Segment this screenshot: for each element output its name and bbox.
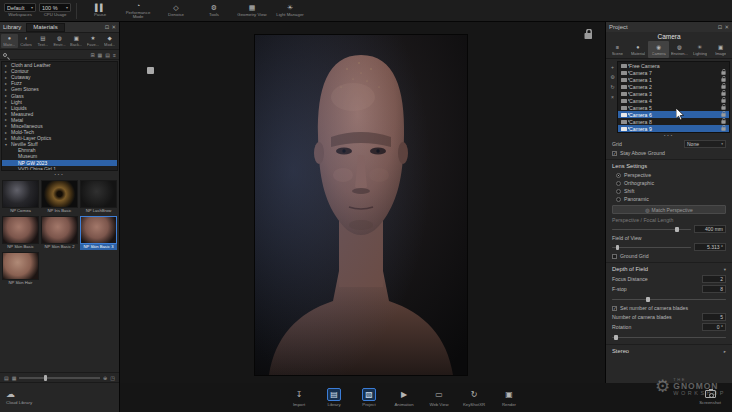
camera-blades-checkbox[interactable]: ✓ — [612, 306, 617, 311]
ribbon-item[interactable]: ▧ Project — [354, 388, 384, 407]
camera-list-item[interactable]: Free Camera — [618, 62, 729, 69]
toolbar-button[interactable]: ◇ Denoise — [158, 2, 194, 20]
lens-mode-option[interactable]: Shift — [606, 187, 732, 195]
ribbon-item[interactable]: ▭ Web View — [424, 388, 454, 407]
stereo-header[interactable]: Stereo — [612, 348, 629, 354]
lock-icon[interactable] — [721, 127, 725, 130]
camera-blades-value[interactable]: 5 — [702, 313, 726, 321]
material-thumbnail[interactable]: NP Cornea — [2, 180, 39, 214]
grid-view-icon[interactable]: ▦ — [12, 375, 17, 381]
lens-mode-option[interactable]: Perspective — [606, 171, 732, 179]
tree-arrow-icon[interactable]: ▸ — [5, 123, 9, 128]
library-subtab[interactable]: ◐ Colors — [18, 34, 35, 48]
lock-icon[interactable] — [721, 113, 725, 116]
stay-above-ground-checkbox[interactable]: ✓ — [612, 151, 617, 156]
toolbar-button[interactable]: ▌▌ Pause — [82, 2, 118, 20]
tree-arrow-icon[interactable]: ▸ — [5, 75, 9, 80]
grid-select[interactable]: None ▾ — [684, 140, 726, 148]
radio-icon[interactable] — [616, 181, 621, 186]
ground-grid-checkbox[interactable] — [612, 254, 617, 259]
radio-icon[interactable] — [616, 197, 621, 202]
toolbar-button[interactable]: ▦ Geometry View — [234, 2, 270, 20]
lock-icon[interactable] — [721, 92, 725, 95]
camera-toolbar-icon[interactable]: + — [611, 64, 614, 70]
material-thumbnail[interactable]: NP Skin Hair — [2, 252, 39, 286]
tree-arrow-icon[interactable]: ▸ — [5, 130, 9, 135]
camera-list-item[interactable]: Camera 9 — [618, 125, 729, 132]
project-tab[interactable]: ◉ Camera — [648, 41, 669, 58]
camera-list-item[interactable]: Camera 3 — [618, 90, 729, 97]
project-tab[interactable]: ☀ Lighting — [690, 41, 711, 58]
camera-list-item[interactable]: Camera 1 — [618, 76, 729, 83]
ribbon-item[interactable]: ▣ Render — [494, 388, 524, 407]
ribbon-item[interactable]: ↧ Import — [284, 388, 314, 407]
ribbon-item[interactable]: ↻ KeyShotXR — [459, 388, 489, 407]
tree-arrow-icon[interactable]: ▾ — [5, 142, 9, 147]
thumbnail-size-slider[interactable] — [19, 374, 100, 382]
library-subtab[interactable]: ◍ Envir... — [51, 34, 68, 48]
library-subtab[interactable]: ▣ Back... — [68, 34, 85, 48]
screenshot-button[interactable]: Screenshot — [690, 384, 730, 411]
view-option-icon[interactable]: ▦ — [98, 52, 103, 58]
view-option-icon[interactable]: ▤ — [105, 52, 110, 58]
lens-mode-option[interactable]: Orthographic — [606, 179, 732, 187]
library-tree-item[interactable]: VVD China Girl 1 — [2, 166, 117, 171]
tree-arrow-icon[interactable]: ▸ — [5, 105, 9, 110]
camera-list-item[interactable]: Camera 5 — [618, 104, 729, 111]
library-subtab[interactable]: ▤ Text... — [34, 34, 51, 48]
cloud-library-button[interactable]: ☁ Cloud Library — [0, 382, 119, 412]
tree-arrow-icon[interactable]: ▸ — [5, 63, 9, 68]
tree-arrow-icon[interactable]: ▸ — [5, 111, 9, 116]
tree-arrow-icon[interactable]: ▸ — [5, 93, 9, 98]
camera-toolbar-icon[interactable]: ⚙ — [610, 74, 614, 80]
undock-icon[interactable]: ⊡ — [718, 24, 723, 30]
ribbon-item[interactable]: ▤ Library — [319, 388, 349, 407]
focal-length-value[interactable]: 400 mm — [694, 225, 726, 233]
field-of-view-value[interactable]: 5.313 ° — [694, 243, 726, 251]
realtime-viewport[interactable] — [120, 22, 605, 383]
lock-icon[interactable] — [721, 78, 725, 81]
radio-icon[interactable] — [616, 189, 621, 194]
camera-toolbar-icon[interactable]: × — [611, 94, 614, 100]
toolbar-button[interactable]: ◔ Performance Mode — [120, 2, 156, 20]
depth-of-field-header[interactable]: Depth of Field — [612, 266, 648, 272]
tree-arrow-icon[interactable]: ▸ — [5, 99, 9, 104]
lock-icon[interactable] — [721, 99, 725, 102]
zoom-icon[interactable]: ⊕ — [103, 375, 107, 381]
cpu-usage-select[interactable]: 100 % ▾ — [39, 3, 71, 12]
tree-arrow-icon[interactable]: ▸ — [5, 69, 9, 74]
project-tab[interactable]: ≡ Scene — [607, 41, 628, 58]
undock-icon[interactable]: ⊡ — [105, 24, 110, 30]
chevron-right-icon[interactable]: ▸ — [724, 349, 726, 354]
material-thumbnail[interactable]: NP Skin Basic 2 — [41, 216, 78, 250]
project-tab[interactable]: ▣ Image — [710, 41, 731, 58]
tree-arrow-icon[interactable]: ▸ — [5, 136, 9, 141]
lock-icon[interactable] — [721, 85, 725, 88]
lock-icon[interactable] — [721, 106, 725, 109]
material-thumbnail[interactable]: NP Iris Basic — [41, 180, 78, 214]
lock-icon[interactable] — [721, 120, 725, 123]
material-thumbnail[interactable]: NP Skin Basic — [2, 216, 39, 250]
workspaces-select[interactable]: Default ▾ — [4, 3, 36, 12]
radio-icon[interactable] — [616, 173, 621, 178]
camera-list-item[interactable]: Camera 7 — [618, 69, 729, 76]
f-stop-value[interactable]: 8 — [702, 285, 726, 293]
view-option-icon[interactable]: ≡ — [113, 52, 116, 58]
match-perspective-button[interactable]: ◎ Match Perspective — [612, 205, 726, 214]
toolbar-button[interactable]: ⚙ Tools — [196, 2, 232, 20]
tree-arrow-icon[interactable]: ▸ — [5, 87, 9, 92]
project-tab[interactable]: ● Material — [628, 41, 649, 58]
project-tab[interactable]: ◍ Environ... — [669, 41, 690, 58]
tree-arrow-icon[interactable]: ▸ — [5, 81, 9, 86]
close-icon[interactable]: ✕ — [724, 24, 729, 30]
material-thumbnail[interactable]: NP LashBrow — [80, 180, 117, 214]
camera-list-item[interactable]: Camera 4 — [618, 97, 729, 104]
chevron-down-icon[interactable]: ▾ — [724, 267, 726, 272]
camera-list-item[interactable]: Camera 6 — [618, 111, 729, 118]
library-subtab[interactable]: ★ Fave... — [85, 34, 102, 48]
toolbar-button[interactable]: ☀ Light Manager — [272, 2, 308, 20]
f-stop-slider[interactable] — [612, 295, 726, 303]
tree-arrow-icon[interactable]: ▸ — [5, 117, 9, 122]
library-subtab[interactable]: ● Mate... — [1, 34, 18, 48]
lock-icon[interactable] — [721, 71, 725, 74]
